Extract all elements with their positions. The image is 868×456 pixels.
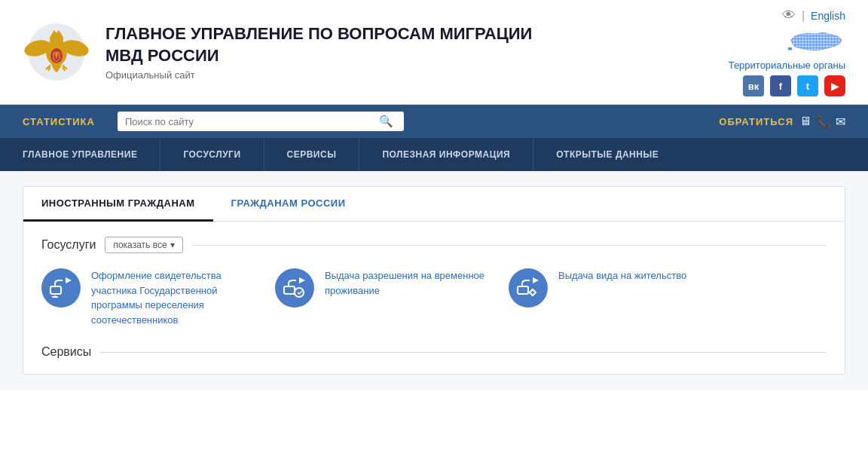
secondary-nav-bar: ГЛАВНОЕ УПРАВЛЕНИЕ ГОСУСЛУГИ СЕРВИСЫ ПОЛ… (0, 138, 868, 171)
site-title: ГЛАВНОЕ УПРАВЛЕНИЕ ПО ВОПРОСАМ МИГРАЦИИ … (105, 23, 542, 66)
svg-rect-13 (284, 286, 295, 294)
vk-icon[interactable]: вк (743, 75, 764, 96)
tabs-content: Госуслуги показать все ▾ (23, 222, 845, 374)
accessibility-icon[interactable]: 👁 (782, 8, 796, 23)
servisy-section-header: Сервисы (41, 345, 827, 359)
facebook-icon[interactable]: f (770, 75, 791, 96)
main-content: ИНОСТРАННЫМ ГРАЖДАНАМ ГРАЖДАНАМ РОССИИ Г… (0, 171, 868, 390)
svg-marker-17 (533, 277, 539, 283)
nav-item-opendata[interactable]: ОТКРЫТЫЕ ДАННЫЕ (533, 138, 681, 171)
chevron-down-icon: ▾ (170, 240, 175, 250)
russia-map-icon (785, 28, 845, 60)
email-icon[interactable]: ✉ (836, 115, 845, 129)
svg-marker-9 (791, 32, 842, 50)
svg-rect-16 (518, 286, 528, 294)
servisy-label: Сервисы (41, 345, 91, 359)
social-icons-bar: вк f t ▶ (743, 75, 845, 96)
service-text-1[interactable]: Оформление свидетельства участника Госуд… (91, 268, 252, 327)
services-grid: Оформление свидетельства участника Госуд… (41, 268, 827, 327)
svg-marker-14 (299, 277, 305, 283)
nav-bar-left: СТАТИСТИКА 🔍 (23, 112, 696, 131)
nav-item-gosuslugi[interactable]: ГОСУСЛУГИ (160, 138, 264, 171)
residence-card-icon (516, 276, 540, 300)
search-box: 🔍 (118, 112, 404, 131)
tabs-header: ИНОСТРАННЫМ ГРАЖДАНАМ ГРАЖДАНАМ РОССИИ (23, 187, 845, 222)
monitor-icon[interactable]: 🖥 (799, 115, 811, 129)
region-map-area: Территориальные органы (729, 28, 845, 71)
primary-nav-bar: СТАТИСТИКА 🔍 ОБРАТИТЬСЯ 🖥 📞 ✉ (0, 105, 868, 138)
gosuslugi-label: Госуслуги (41, 238, 96, 252)
nav-bar-right: ОБРАТИТЬСЯ 🖥 📞 ✉ (719, 115, 845, 129)
twitter-icon[interactable]: t (797, 75, 818, 96)
svg-rect-10 (788, 47, 792, 50)
show-all-label: показать все (113, 240, 167, 250)
header-title-block: ГЛАВНОЕ УПРАВЛЕНИЕ ПО ВОПРОСАМ МИГРАЦИИ … (105, 23, 542, 81)
territorial-organs-link[interactable]: Территориальные органы (729, 60, 845, 71)
header-top-right: 👁 | English (782, 8, 845, 23)
show-all-button[interactable]: показать все ▾ (105, 237, 182, 253)
youtube-icon[interactable]: ▶ (824, 75, 845, 96)
gosuslugi-section-header: Госуслуги показать все ▾ (41, 237, 827, 253)
residence-permit-icon (283, 276, 307, 300)
nav-item-info[interactable]: ПОЛЕЗНАЯ ИНФОРМАЦИЯ (359, 138, 533, 171)
statistics-label[interactable]: СТАТИСТИКА (23, 116, 95, 127)
svg-rect-11 (50, 286, 61, 294)
nav-item-main[interactable]: ГЛАВНОЕ УПРАВЛЕНИЕ (23, 138, 160, 171)
service-card-1: Оформление свидетельства участника Госуд… (41, 268, 252, 327)
search-input[interactable] (125, 116, 376, 127)
service-card-3: Выдача вида на жительство (509, 268, 686, 327)
search-button[interactable]: 🔍 (376, 115, 396, 128)
separator: | (802, 9, 805, 23)
servisy-divider (100, 352, 827, 353)
svg-point-15 (295, 288, 304, 297)
transfer-icon (49, 276, 73, 300)
section-divider (192, 245, 827, 246)
service-icon-2[interactable] (275, 268, 314, 308)
service-text-2[interactable]: Выдача разрешения на временное проживани… (325, 268, 486, 298)
header-left: ГЛАВНОЕ УПРАВЛЕНИЕ ПО ВОПРОСАМ МИГРАЦИИ … (23, 18, 542, 86)
tabs-container: ИНОСТРАННЫМ ГРАЖДАНАМ ГРАЖДАНАМ РОССИИ Г… (23, 186, 845, 375)
logo-emblem (23, 18, 90, 86)
service-card-2: Выдача разрешения на временное проживани… (275, 268, 486, 327)
header-right: 👁 | English Территориальные органы в (729, 8, 845, 96)
svg-marker-18 (530, 289, 536, 295)
service-text-3[interactable]: Выдача вида на жительство (558, 268, 686, 283)
site-header: ГЛАВНОЕ УПРАВЛЕНИЕ ПО ВОПРОСАМ МИГРАЦИИ … (0, 0, 868, 105)
english-language-link[interactable]: English (811, 10, 845, 22)
service-icon-1[interactable] (41, 268, 81, 308)
tab-foreign-citizens[interactable]: ИНОСТРАННЫМ ГРАЖДАНАМ (23, 187, 213, 222)
site-subtitle: Официальный сайт (105, 69, 542, 81)
contact-icons: 🖥 📞 ✉ (799, 115, 845, 129)
tab-russian-citizens[interactable]: ГРАЖДАНАМ РОССИИ (213, 187, 364, 222)
contact-label[interactable]: ОБРАТИТЬСЯ (719, 116, 793, 127)
service-icon-3[interactable] (509, 268, 548, 308)
svg-marker-12 (66, 277, 72, 283)
nav-item-services[interactable]: СЕРВИСЫ (264, 138, 360, 171)
phone-icon[interactable]: 📞 (816, 115, 831, 129)
